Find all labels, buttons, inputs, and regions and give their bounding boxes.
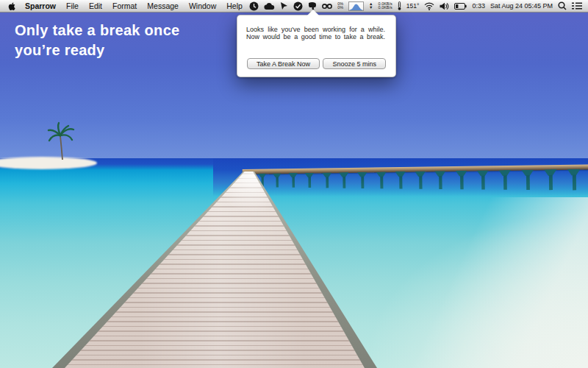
cloud-icon[interactable] — [264, 2, 275, 10]
spotlight-search-icon[interactable] — [558, 1, 567, 10]
snooze-button[interactable]: Snooze 5 mins — [323, 58, 386, 69]
desktop: Only take a break once you’re ready Spar… — [0, 0, 588, 368]
notification-center-icon[interactable] — [572, 2, 582, 10]
menu-bar-status: 0%0% ▲▼ 0.0KB/s 0.0KB/s 151° 0:33 — [249, 1, 582, 11]
popover-arrow — [307, 10, 319, 15]
temperature-reading[interactable]: 151° — [406, 2, 420, 10]
binoculars-icon[interactable] — [322, 2, 332, 10]
cpu-history-graph-icon[interactable] — [348, 1, 364, 11]
menu-help[interactable]: Help — [221, 1, 248, 10]
popover-message-line2: Now would be a good time to take a break… — [246, 34, 385, 41]
check-badge-icon[interactable] — [293, 1, 303, 11]
wifi-icon[interactable] — [424, 2, 434, 10]
menu-bar: Sparrow File Edit Format Message Window … — [0, 0, 588, 13]
menu-app-name[interactable]: Sparrow — [20, 1, 61, 10]
take-break-button[interactable]: Take A Break Now — [247, 58, 320, 69]
menu-message[interactable]: Message — [142, 1, 184, 10]
pointer-icon[interactable] — [280, 1, 288, 10]
battery-time[interactable]: 0:33 — [472, 2, 485, 10]
menu-window[interactable]: Window — [184, 1, 221, 10]
menu-bar-left: Sparrow File Edit Format Message Window … — [6, 1, 248, 11]
menu-bar-clock[interactable]: Sat Aug 24 05:45 PM — [490, 2, 553, 10]
popover-message: Looks like you've been working for a whi… — [246, 26, 385, 40]
headline-line1: Only take a break once — [15, 21, 179, 40]
cpu-load-icon[interactable]: 0%0% — [337, 2, 343, 10]
thermometer-icon[interactable] — [398, 1, 401, 10]
desktop-headline: Only take a break once you’re ready — [15, 21, 179, 60]
apple-icon[interactable] — [6, 1, 20, 11]
volume-icon[interactable] — [440, 2, 449, 10]
menu-format[interactable]: Format — [107, 1, 142, 10]
timer-clock-icon[interactable] — [249, 1, 259, 11]
menu-edit[interactable]: Edit — [84, 1, 107, 10]
network-speeds[interactable]: 0.0KB/s 0.0KB/s — [379, 2, 392, 10]
break-reminder-popover: Looks like you've been working for a whi… — [237, 15, 396, 77]
boardwalk — [29, 169, 397, 368]
popover-buttons: Take A Break Now Snooze 5 mins — [237, 58, 395, 69]
battery-icon[interactable] — [454, 3, 467, 10]
network-arrows-icon[interactable]: ▲▼ — [369, 2, 373, 10]
download-speed: 0.0KB/s — [379, 6, 392, 10]
palm-tree — [47, 118, 78, 160]
menu-file[interactable]: File — [61, 1, 84, 10]
headline-line2: you’re ready — [15, 40, 179, 60]
